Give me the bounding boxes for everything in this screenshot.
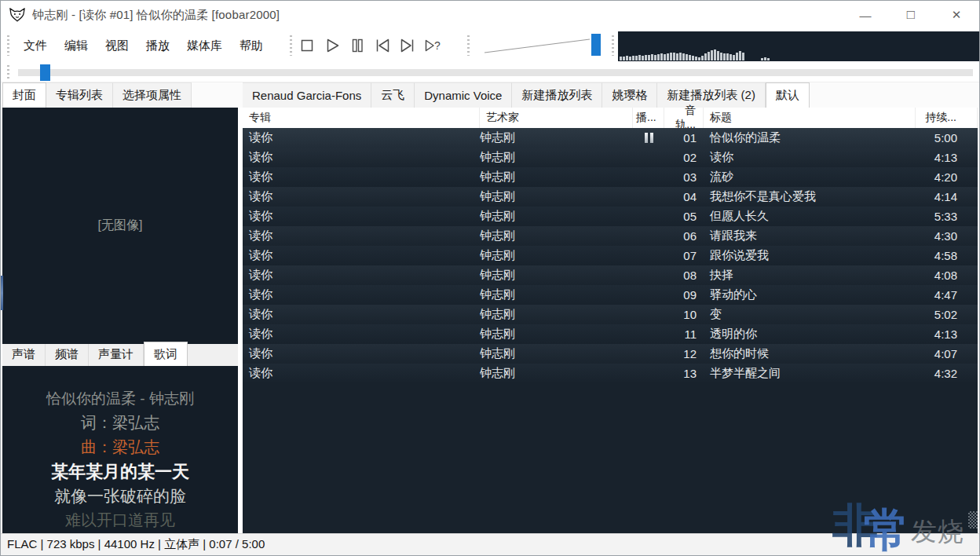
random-button[interactable]: ? <box>422 35 444 57</box>
cell-artist: 钟志刚 <box>480 268 633 283</box>
cell-duration: 4:14 <box>916 190 978 203</box>
cell-title: 跟你说爱我 <box>704 248 916 263</box>
panel-tab[interactable]: 封面 <box>2 82 46 108</box>
spectrum-bar <box>654 55 656 60</box>
playlist-row[interactable]: 读你 钟志刚 10 变 5:02 <box>243 305 978 324</box>
lyric-line: 曲：梁弘志 <box>2 435 238 459</box>
visualizer-tab-label: 声量计 <box>98 347 133 360</box>
cell-playing <box>633 133 664 143</box>
column-header-artist[interactable]: 艺术家 <box>480 108 633 128</box>
visualizer-tab[interactable]: 声量计 <box>89 344 144 366</box>
playlist-tab[interactable]: Dynamic Voice <box>415 82 512 108</box>
volume-handle[interactable] <box>591 34 601 56</box>
visualizer-tab[interactable]: 声谱 <box>2 344 46 366</box>
spectrum-bar <box>660 53 663 60</box>
spectrum-bar <box>764 57 766 60</box>
playlist-row[interactable]: 读你 钟志刚 13 半梦半醒之间 4:32 <box>243 364 978 383</box>
cell-title: 变 <box>704 307 916 322</box>
playlist-tab[interactable]: 姚璎格 <box>602 82 657 108</box>
playlist-row[interactable]: 读你 钟志刚 07 跟你说爱我 4:58 <box>243 246 978 265</box>
close-button[interactable]: ✕ <box>934 1 979 29</box>
playlist-tab[interactable]: 云飞 <box>371 82 415 108</box>
column-header-track[interactable]: 音轨... <box>664 108 704 128</box>
toolbar-grip[interactable] <box>7 35 9 56</box>
playlist-tab[interactable]: 默认 <box>766 82 810 108</box>
menu-item[interactable]: 文件 <box>15 38 56 53</box>
menu-item[interactable]: 媒体库 <box>178 38 231 53</box>
spectrum-bar <box>717 51 719 60</box>
maximize-button[interactable]: □ <box>888 1 934 29</box>
spectrum-bar <box>676 53 678 60</box>
playlist-tab[interactable]: 新建播放列表 <box>512 82 602 108</box>
panel-tab[interactable]: 专辑列表 <box>46 82 113 108</box>
cell-track: 04 <box>664 190 704 203</box>
cell-artist: 钟志刚 <box>480 150 633 165</box>
toolbar-grip[interactable] <box>290 35 292 56</box>
spectrum-bar <box>623 57 625 60</box>
cell-title: 恰似你的温柔 <box>704 130 916 145</box>
column-header-album[interactable]: 专辑 <box>243 108 480 128</box>
spectrum-bar <box>767 58 770 60</box>
menubar: 文件编辑视图播放媒体库帮助 <box>15 29 272 62</box>
playlist-row[interactable]: 读你 钟志刚 08 抉择 4:08 <box>243 265 978 285</box>
spectrum-bar <box>708 52 710 60</box>
column-header-title[interactable]: 标题 <box>704 108 916 128</box>
cell-duration: 4:20 <box>916 170 978 184</box>
menu-item[interactable]: 播放 <box>137 38 178 53</box>
playlist-row[interactable]: 读你 钟志刚 01 恰似你的温柔 5:00 <box>243 128 978 148</box>
cell-title: 抉择 <box>704 268 916 283</box>
minimize-button[interactable]: — <box>843 1 888 29</box>
previous-icon <box>373 36 392 55</box>
playlist-row[interactable]: 读你 钟志刚 09 驿动的心 4:47 <box>243 285 978 305</box>
playlist-row[interactable]: 读你 钟志刚 04 我想你不是真心爱我 4:14 <box>243 187 978 207</box>
spectrum-bar <box>642 56 644 60</box>
playlist-row[interactable]: 读你 钟志刚 02 读你 4:13 <box>243 148 978 167</box>
playlist-row[interactable]: 读你 钟志刚 06 请跟我来 4:30 <box>243 226 978 246</box>
cell-album: 读你 <box>243 189 480 204</box>
playlist-row[interactable]: 读你 钟志刚 11 透明的你 4:13 <box>243 324 978 344</box>
column-header-playing[interactable]: 播... <box>633 108 664 128</box>
previous-button[interactable] <box>371 35 393 57</box>
play-button[interactable] <box>321 35 343 57</box>
cell-duration: 5:33 <box>916 210 978 223</box>
cell-track: 02 <box>664 151 704 164</box>
next-button[interactable] <box>397 35 419 57</box>
playlist-row[interactable]: 读你 钟志刚 12 想你的时候 4:07 <box>243 344 978 364</box>
cell-duration: 4:30 <box>916 229 978 243</box>
visualizer-tab[interactable]: 歌词 <box>144 342 188 366</box>
seekbar-track[interactable] <box>18 69 973 76</box>
visualizer-tab[interactable]: 频谱 <box>46 344 89 366</box>
volume-slider[interactable] <box>477 32 610 62</box>
panel-tab[interactable]: 选择项属性 <box>113 82 192 108</box>
seekbar-grip[interactable] <box>7 65 9 79</box>
spectrum-bar <box>686 54 688 60</box>
menu-item[interactable]: 编辑 <box>56 38 97 53</box>
cell-artist: 钟志刚 <box>480 346 633 361</box>
titlebar: 钟志刚 - [读你 #01] 恰似你的温柔 [foobar2000] — □ ✕ <box>1 1 979 29</box>
playlist-tab-label: Dynamic Voice <box>424 89 502 102</box>
column-header-duration[interactable]: 持续... <box>916 108 978 128</box>
cell-title: 透明的你 <box>704 327 916 342</box>
cell-artist: 钟志刚 <box>480 287 633 302</box>
cell-track: 10 <box>664 308 704 321</box>
cell-duration: 4:58 <box>916 249 978 262</box>
cell-album: 读你 <box>243 248 480 263</box>
spectrum-bar <box>626 56 628 60</box>
playlist-body: 读你 钟志刚 01 恰似你的温柔 5:00 读你 钟志刚 02 读你 4:13 <box>243 128 978 533</box>
svg-text:?: ? <box>434 39 441 52</box>
menu-item[interactable]: 帮助 <box>231 38 272 53</box>
pause-button[interactable] <box>346 35 368 57</box>
playlist-row[interactable]: 读你 钟志刚 05 但愿人长久 5:33 <box>243 207 978 226</box>
stop-button[interactable] <box>296 35 318 57</box>
toolbar-grip[interactable] <box>467 35 470 56</box>
cell-title: 请跟我来 <box>704 229 916 243</box>
playlist-tab[interactable]: Renaud Garcia-Fons <box>243 82 371 108</box>
status-text: FLAC | 723 kbps | 44100 Hz | 立体声 | 0:07 … <box>1 537 265 552</box>
playlist-row[interactable]: 读你 钟志刚 03 流砂 4:20 <box>243 167 978 187</box>
spectrum-bar <box>701 56 704 60</box>
toolbar-grip[interactable] <box>612 35 614 56</box>
cell-album: 读你 <box>243 130 480 145</box>
menu-item[interactable]: 视图 <box>97 38 137 53</box>
spectrum-bar <box>638 55 641 60</box>
seek-handle[interactable] <box>40 64 50 81</box>
